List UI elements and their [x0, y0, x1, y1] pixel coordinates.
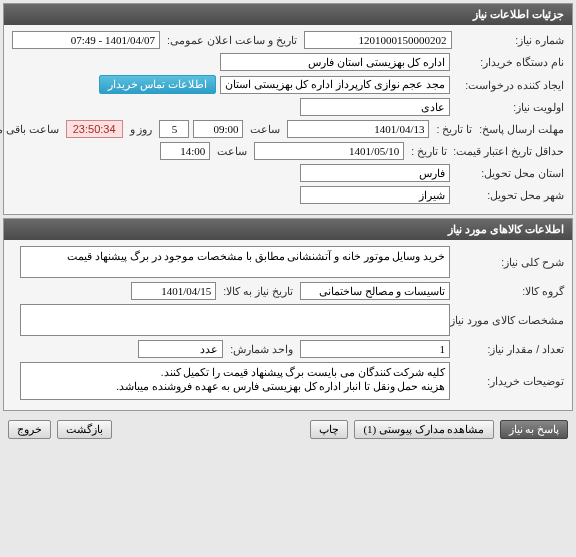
priority-label: اولویت نیاز:	[454, 101, 564, 113]
respond-button[interactable]: پاسخ به نیاز	[500, 420, 569, 439]
need-details-body: شماره نیاز: تاریخ و ساعت اعلان عمومی: نا…	[4, 25, 572, 214]
row-buyer: نام دستگاه خریدار:	[12, 53, 564, 71]
days-field	[159, 120, 189, 138]
requester-field	[220, 76, 450, 94]
desc-field: خرید وسایل موتور خانه و آتشنشانی مطابق ب…	[20, 246, 450, 278]
to-date-label-2: تا تاریخ :	[408, 145, 450, 157]
row-validity: حداقل تاریخ اعتبار قیمت: تا تاریخ : ساعت	[12, 142, 564, 160]
validity-date-field	[254, 142, 404, 160]
row-specs: مشخصات کالای مورد نیاز:	[12, 304, 564, 336]
buyer-label: نام دستگاه خریدار:	[454, 56, 564, 68]
row-deadline: مهلت ارسال پاسخ: تا تاریخ : ساعت روز و 2…	[12, 120, 564, 138]
exit-button[interactable]: خروج	[8, 420, 51, 439]
need-details-panel: جزئیات اطلاعات نیاز شماره نیاز: تاریخ و …	[3, 3, 573, 215]
time-label-1: ساعت	[247, 123, 283, 135]
city-field	[300, 186, 450, 204]
row-notes: توضیحات خریدار: کلیه شرکت کنندگان می بای…	[12, 362, 564, 400]
countdown-suffix: ساعت باقی مانده	[0, 123, 62, 135]
row-priority: اولویت نیاز:	[12, 98, 564, 116]
back-button[interactable]: بازگشت	[57, 420, 112, 439]
need-no-field	[304, 31, 452, 49]
unit-field	[138, 340, 223, 358]
row-city: شهر محل تحویل:	[12, 186, 564, 204]
requester-label: ایجاد کننده درخواست:	[454, 79, 564, 91]
days-label: روز و	[127, 123, 156, 135]
validity-time-field	[160, 142, 210, 160]
row-desc: شرح کلی نیاز: خرید وسایل موتور خانه و آت…	[12, 246, 564, 278]
contact-buyer-button[interactable]: اطلاعات تماس خریدار	[99, 75, 217, 94]
print-button[interactable]: چاپ	[310, 420, 348, 439]
specs-label: مشخصات کالای مورد نیاز:	[454, 314, 564, 326]
row-province: استان محل تحویل:	[12, 164, 564, 182]
to-date-label-1: تا تاریخ :	[433, 123, 475, 135]
province-field	[300, 164, 450, 182]
qty-label: تعداد / مقدار نیاز:	[454, 343, 564, 355]
announce-field	[12, 31, 160, 49]
notes-field: کلیه شرکت کنندگان می بایست برگ پیشنهاد ق…	[20, 362, 450, 400]
group-field	[300, 282, 450, 300]
footer-bar: پاسخ به نیاز مشاهده مدارک پیوستی (1) چاپ…	[0, 414, 576, 445]
priority-field	[300, 98, 450, 116]
province-label: استان محل تحویل:	[454, 167, 564, 179]
row-requester: ایجاد کننده درخواست: اطلاعات تماس خریدار	[12, 75, 564, 94]
specs-field	[20, 304, 450, 336]
need-no-label: شماره نیاز:	[456, 34, 564, 46]
goods-body: شرح کلی نیاز: خرید وسایل موتور خانه و آت…	[4, 240, 572, 410]
deadline-date-field	[287, 120, 429, 138]
group-label: گروه کالا:	[454, 285, 564, 297]
validity-label: حداقل تاریخ اعتبار قیمت:	[454, 145, 564, 157]
row-need-no: شماره نیاز: تاریخ و ساعت اعلان عمومی:	[12, 31, 564, 49]
deadline-label: مهلت ارسال پاسخ:	[479, 123, 564, 135]
time-label-2: ساعت	[214, 145, 250, 157]
footer-spacer	[118, 420, 304, 439]
city-label: شهر محل تحویل:	[454, 189, 564, 201]
need-date-field	[131, 282, 216, 300]
row-qty: تعداد / مقدار نیاز: واحد شمارش:	[12, 340, 564, 358]
unit-label: واحد شمارش:	[227, 343, 296, 355]
notes-label: توضیحات خریدار:	[454, 375, 564, 387]
countdown-timer: 23:50:34	[66, 120, 123, 138]
goods-panel: اطلاعات کالاهای مورد نیاز شرح کلی نیاز: …	[3, 218, 573, 411]
row-group: گروه کالا: تاریخ نیاز به کالا:	[12, 282, 564, 300]
deadline-time-field	[193, 120, 243, 138]
announce-label: تاریخ و ساعت اعلان عمومی:	[164, 34, 300, 46]
qty-field	[300, 340, 450, 358]
need-date-label: تاریخ نیاز به کالا:	[220, 285, 296, 297]
goods-header: اطلاعات کالاهای مورد نیاز	[4, 219, 572, 240]
buyer-field	[220, 53, 450, 71]
need-details-header: جزئیات اطلاعات نیاز	[4, 4, 572, 25]
desc-label: شرح کلی نیاز:	[454, 256, 564, 268]
attachments-button[interactable]: مشاهده مدارک پیوستی (1)	[354, 420, 493, 439]
